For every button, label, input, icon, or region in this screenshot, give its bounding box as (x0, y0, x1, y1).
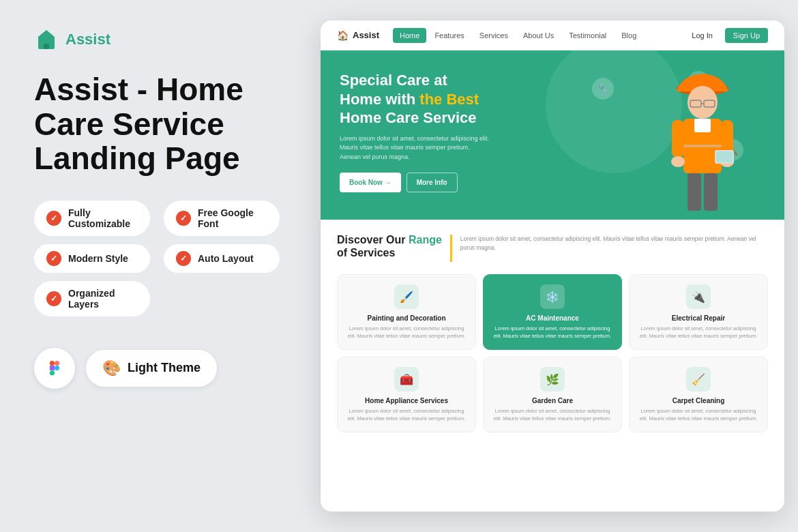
garden-icon: 🌿 (540, 367, 565, 391)
nav-link-home[interactable]: Home (393, 28, 426, 43)
services-title-text: Discover Our Range (337, 234, 442, 246)
feature-auto-layout: Auto Layout (164, 244, 280, 273)
hero-title: Special Care atHome with the Best Home C… (340, 71, 551, 128)
figma-icon (44, 358, 65, 379)
svg-rect-12 (694, 119, 711, 132)
check-icon (46, 211, 61, 226)
feature-modern-style: Modern Style (34, 244, 150, 273)
services-grid: 🖌️ Painting and Decoration Lorem ipsum d… (337, 274, 768, 432)
svg-rect-18 (716, 151, 733, 162)
nav-brand-name: Assist (353, 30, 379, 40)
check-icon (176, 211, 191, 226)
hero-content: Special Care atHome with the Best Home C… (340, 71, 551, 192)
appliance-icon: 🧰 (394, 367, 419, 391)
services-description: Lorem ipsum dolor sit amet, consectetur … (460, 233, 768, 252)
house-icon (34, 27, 59, 52)
service-name: Home Appliance Services (346, 397, 467, 404)
svg-rect-2 (55, 361, 59, 366)
check-icon (176, 251, 191, 266)
nav-house-icon: 🏠 (337, 30, 349, 41)
service-card-garden: 🌿 Garden Care Lorem ipsum dolor sit amet… (483, 357, 622, 432)
svg-rect-20 (688, 173, 701, 211)
service-desc: Lorem ipsum dolor sit amet, consectetur … (492, 325, 613, 340)
book-now-button[interactable]: Book Now → (340, 173, 401, 192)
svg-rect-0 (44, 44, 49, 49)
theme-badge: 🎨 Light Theme (86, 350, 217, 387)
more-info-button[interactable]: More Info (407, 173, 458, 192)
worker-illustration (634, 56, 771, 220)
hero-section: 🔧 ⚙️ 🔨 Special Care atHome with the Best… (321, 50, 784, 220)
worker-svg (634, 56, 771, 220)
services-section: Discover Our Range of Services Lorem ips… (321, 220, 784, 446)
svg-rect-13 (672, 120, 684, 158)
nav-link-blog[interactable]: Blog (615, 28, 643, 43)
brand-logo: Assist (34, 27, 280, 52)
carpet-icon: 🧹 (686, 367, 711, 391)
feature-fully-customizable: Fully Customizable (34, 201, 150, 236)
services-title: Discover Our Range of Services (337, 233, 442, 259)
left-panel: Assist Assist - Home Care Service Landin… (0, 0, 314, 532)
electrical-icon: 🔌 (686, 284, 711, 309)
figma-badge (34, 348, 75, 389)
nav-actions: Log In Sign Up (685, 28, 768, 43)
feature-label: Modern Style (68, 253, 128, 264)
service-card-painting: 🖌️ Painting and Decoration Lorem ipsum d… (337, 274, 476, 350)
feature-free-google-font: Free Google Font (164, 201, 280, 236)
nav-link-features[interactable]: Features (428, 28, 471, 43)
check-icon (46, 291, 61, 306)
login-button[interactable]: Log In (685, 28, 720, 43)
service-name: Painting and Decoration (346, 314, 467, 322)
website-preview: 🏠 Assist Home Features Services About Us… (321, 20, 784, 512)
features-grid: Fully Customizable Free Google Font Mode… (34, 201, 280, 316)
service-desc: Lorem ipsum dolor sit amet, consectetur … (346, 325, 467, 340)
service-name: Electrical Repair (638, 314, 759, 322)
feature-label: Auto Layout (198, 253, 254, 264)
service-card-electrical: 🔌 Electrical Repair Lorem ipsum dolor si… (629, 274, 768, 350)
service-desc: Lorem ipsum dolor sit amet, consectetur … (346, 408, 467, 422)
hero-title-line3: Home Care Service (340, 109, 477, 126)
signup-button[interactable]: Sign Up (725, 28, 768, 43)
services-title-highlight: Range (409, 234, 442, 246)
hero-title-highlight: the Best (419, 91, 479, 108)
nav-link-testimonial[interactable]: Testimonial (562, 28, 613, 43)
svg-rect-21 (704, 173, 718, 211)
service-name: Carpet Cleaning (638, 397, 759, 404)
svg-point-5 (55, 366, 59, 370)
nav-links: Home Features Services About Us Testimon… (393, 28, 685, 43)
painting-icon: 🖌️ (394, 284, 419, 309)
service-desc: Lorem ipsum dolor sit amet, consectetur … (638, 408, 759, 422)
nav-link-about[interactable]: About Us (516, 28, 561, 43)
service-card-ac: ❄️ AC Maintenance Lorem ipsum dolor sit … (483, 274, 622, 350)
feature-label: Organized Layers (68, 288, 138, 310)
palette-icon: 🎨 (102, 359, 121, 377)
services-title-block: Discover Our Range of Services (337, 233, 442, 259)
feature-label: Free Google Font (198, 207, 267, 229)
hero-buttons: Book Now → More Info (340, 173, 551, 192)
services-header: Discover Our Range of Services Lorem ips… (337, 233, 768, 262)
service-name: Garden Care (492, 397, 613, 404)
bottom-badges: 🎨 Light Theme (34, 348, 280, 389)
feature-label: Fully Customizable (68, 207, 138, 229)
nav-link-services[interactable]: Services (473, 28, 515, 43)
feature-organized-layers: Organized Layers (34, 281, 150, 316)
check-icon (46, 251, 61, 266)
svg-rect-1 (50, 361, 55, 366)
services-title-line2: of Services (337, 247, 395, 258)
service-card-carpet: 🧹 Carpet Cleaning Lorem ipsum dolor sit … (629, 357, 768, 432)
theme-label: Light Theme (128, 361, 201, 375)
brand-name: Assist (65, 31, 110, 48)
service-desc: Lorem ipsum dolor sit amet, consectetur … (492, 408, 613, 422)
page-title: Assist - Home Care Service Landing Page (34, 72, 280, 176)
ac-icon: ❄️ (540, 284, 565, 309)
service-card-appliance: 🧰 Home Appliance Services Lorem ipsum do… (337, 357, 476, 432)
preview-navbar: 🏠 Assist Home Features Services About Us… (321, 20, 784, 50)
nav-brand: 🏠 Assist (337, 30, 379, 41)
services-divider (450, 235, 452, 262)
service-desc: Lorem ipsum dolor sit amet, consectetur … (638, 325, 759, 340)
svg-rect-19 (683, 145, 722, 147)
service-name: AC Maintenance (492, 314, 613, 322)
svg-point-7 (688, 86, 718, 119)
hero-subtitle: Lorem ipsum dolor sit amet, consectetur … (340, 134, 490, 162)
float-wrench-icon: 🔧 (592, 78, 614, 100)
svg-rect-3 (50, 366, 55, 370)
